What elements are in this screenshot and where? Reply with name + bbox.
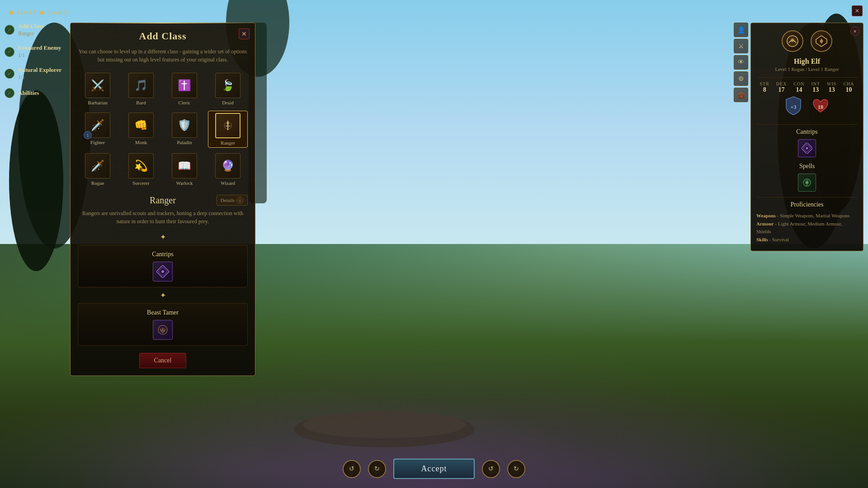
class-paladin[interactable]: 🛡️ Paladin [165,111,204,148]
svg-point-13 [160,328,162,330]
selected-class-name: Ranger [134,195,191,206]
class-bard[interactable]: 🎵 Bard [121,71,161,107]
stat-cha-label: CHA [843,81,854,86]
nav-icon-race[interactable]: 👤 [734,23,748,37]
weapons-value: - Simple Weapons, Martial Weapons [777,213,850,218]
ranger-icon [215,113,241,138]
cantrips-title: Cantrips [84,251,242,258]
warlock-icon: 📖 [172,153,197,178]
sidebar-item-abilities[interactable]: ✓ Abilities [5,88,68,98]
stat-wis-value: 13 [827,86,836,94]
class-monk[interactable]: 👊 Monk [121,111,161,148]
stat-con-label: CON [793,81,804,86]
armor-class-value: +3 [791,104,797,111]
sidebar-item-add-class[interactable]: ✓ Add Class Ranger [5,23,68,37]
nav-icon-eye[interactable]: 👁 [734,55,748,70]
rogue-icon: 🗡️ [85,153,110,178]
rp-proficiencies-title: Proficiencies [756,201,858,208]
level-dot-2 [40,10,44,15]
cancel-button[interactable]: Cancel [139,353,187,368]
top-bar: Level 1 Level 2 [9,9,67,16]
sidebar-item-favoured-enemy[interactable]: ✓ Favoured Enemy 1/1 [5,44,68,59]
proficiency-weapons: Weapons - Simple Weapons, Martial Weapon… [756,212,858,220]
details-button[interactable]: Details i [217,195,248,206]
global-close-button[interactable]: ✕ [852,5,863,16]
level-dot-1 [9,10,14,15]
class-fighter[interactable]: 🗡️ 1 Fighter [78,111,118,148]
armour-label: Armour [756,221,774,226]
rp-spells-title: Spells [756,163,858,170]
bottom-bar: ↺ ↻ Accept ↺ ↻ [0,459,868,479]
divider-1 [756,77,858,78]
divider-3 [756,197,858,197]
class-warlock[interactable]: 📖 Warlock [165,151,204,188]
stat-int-value: 13 [811,86,820,94]
bottom-right-btn-1[interactable]: ↺ [482,460,500,478]
panel-description: You can choose to level up in a differen… [78,47,248,64]
rp-cantrip-icon [798,139,816,157]
selected-class-header: Ranger Details i [78,195,248,206]
nav-icon-bag[interactable]: 💼 [734,88,748,102]
nav-icon-gear[interactable]: ⚙ [734,71,748,86]
bard-icon: 🎵 [128,73,154,98]
svg-point-16 [791,38,794,42]
rogue-label: Rogue [91,180,104,186]
weapons-label: Weapons [756,213,776,218]
class-sorcerer[interactable]: 💫 Sorcerer [121,151,161,188]
nav-icons-column: 👤 ⚔ 👁 ⚙ 💼 [734,23,748,102]
check-icon-favoured: ✓ [5,47,14,57]
class-cleric[interactable]: ✝️ Cleric [165,71,204,107]
fighter-label: Fighter [90,140,105,145]
stat-dex: DEX 17 [776,81,787,94]
wizard-icon: 🔮 [215,153,241,178]
stat-dex-value: 17 [776,86,787,94]
close-button[interactable]: ✕ [239,28,250,39]
stat-dex-label: DEX [776,81,787,86]
stat-str-label: STR [760,81,769,86]
class-rogue[interactable]: 🗡️ Rogue [78,151,118,188]
skills-value: - Survival [769,237,789,242]
proficiency-armour: Armour - Light Armour, Medium Armour, Sh… [756,220,858,236]
barbarian-icon: ⚔️ [85,73,110,98]
panel-title: Add Class [78,30,248,42]
accept-button[interactable]: Accept [393,459,475,479]
proficiencies-section: Weapons - Simple Weapons, Martial Weapon… [756,212,858,244]
race-level: Level 1 Rogue / Level 1 Ranger [756,66,858,72]
stat-wis: WIS 13 [827,81,836,94]
race-icons-row [756,30,858,52]
stats-row: STR 8 DEX 17 CON 14 INT 13 WIS 13 CHA 10 [756,81,858,94]
beast-tamer-divider: ✦ [78,291,248,300]
bottom-right-btn-2[interactable]: ↻ [507,460,525,478]
bard-label: Bard [136,100,146,105]
check-icon-natural: ✓ [5,69,14,79]
class-barbarian[interactable]: ⚔️ Barbarian [78,71,118,107]
sorcerer-label: Sorcerer [132,180,149,186]
stat-wis-label: WIS [827,81,836,86]
ranger-label: Ranger [221,140,235,145]
defense-row: +3 18 [756,97,858,117]
class-druid[interactable]: 🍃 Druid [208,71,248,107]
bottom-left-btn-2[interactable]: ↻ [368,460,386,478]
sidebar-label-abilities: Abilities [18,89,39,97]
class-ranger[interactable]: Ranger [208,111,248,148]
sorcerer-icon: 💫 [128,153,154,178]
class-wizard[interactable]: 🔮 Wizard [208,151,248,188]
sidebar-item-natural-explorer[interactable]: ✓ Natural Explorer 1/1 [5,66,68,81]
details-icon: i [236,197,244,204]
stat-int: INT 13 [811,81,820,94]
right-panel-close-button[interactable]: ✕ [850,27,859,36]
proficiency-skills: Skills - Survival [756,236,858,244]
nav-icon-class[interactable]: ⚔ [734,39,748,53]
monk-icon: 👊 [128,113,154,138]
cantrips-divider: ✦ [78,233,248,241]
armor-class-item: +3 [783,97,803,117]
druid-icon: 🍃 [215,73,241,98]
rp-spell-icon [798,174,816,192]
sidebar-label-favoured: Favoured Enemy 1/1 [18,44,61,59]
druid-label: Druid [222,100,234,105]
divider-2 [756,124,858,125]
svg-point-22 [806,181,808,184]
add-class-panel: ✕ Add Class You can choose to level up i… [70,23,255,376]
bottom-left-btn-1[interactable]: ↺ [343,460,361,478]
cleric-label: Cleric [179,100,191,105]
